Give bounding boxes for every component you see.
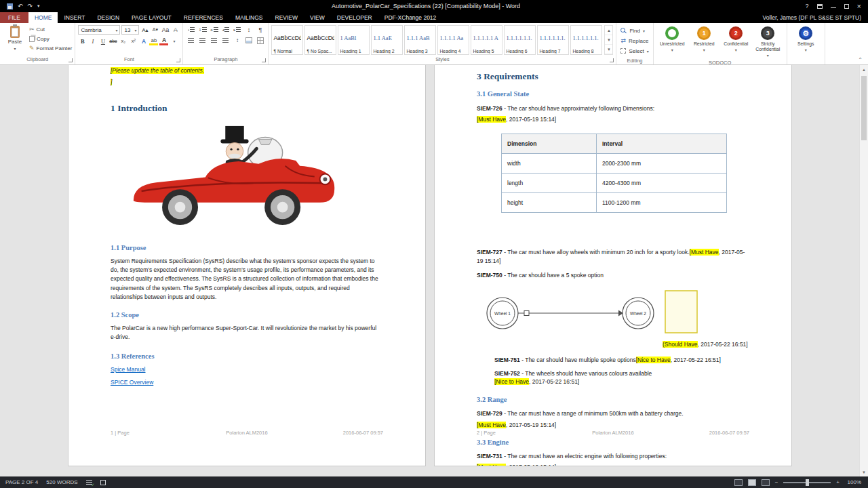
underline-button[interactable] bbox=[98, 37, 107, 45]
scrollbar-thumb[interactable] bbox=[861, 76, 867, 140]
style-no-spacing[interactable]: AaBbCcDdE ¶ No Spac... bbox=[304, 25, 336, 55]
spice-manual-link[interactable]: Spice Manual bbox=[111, 366, 383, 373]
tab-pdf-xchange[interactable]: PDF-XChange 2012 bbox=[378, 12, 443, 23]
justify-button[interactable] bbox=[220, 36, 231, 45]
purpose-paragraph[interactable]: System Requirements Specification (SysRS… bbox=[111, 257, 383, 302]
ribbon-display-options-icon[interactable] bbox=[817, 4, 823, 9]
vertical-scrollbar[interactable]: ▲ ▼ bbox=[859, 65, 868, 476]
tab-references[interactable]: REFERENCES bbox=[178, 12, 229, 23]
zoom-out-button[interactable] bbox=[775, 479, 778, 485]
redo-icon[interactable] bbox=[28, 3, 33, 9]
dimensions-table[interactable]: Dimension Interval width 2000-2300 mm le… bbox=[501, 134, 727, 213]
font-dialog-launcher-icon[interactable] bbox=[176, 58, 180, 62]
tab-home[interactable]: HOME bbox=[28, 12, 58, 23]
bold-button[interactable] bbox=[78, 37, 87, 45]
heading-purpose[interactable]: 1.1 Purpose bbox=[111, 244, 383, 251]
scope-paragraph[interactable]: The PolarCar is a new high performance S… bbox=[111, 324, 383, 342]
font-name-select[interactable]: Cambria bbox=[78, 25, 120, 35]
heading-references[interactable]: 1.3 References bbox=[111, 352, 383, 360]
requirement-752[interactable]: SIEM-752 - The wheels should have variou… bbox=[494, 369, 749, 386]
find-button[interactable]: Find bbox=[620, 26, 648, 35]
strikethrough-button[interactable] bbox=[108, 37, 117, 45]
print-layout-button[interactable] bbox=[748, 479, 756, 486]
styles-more-icon[interactable]: ▼ bbox=[605, 45, 612, 54]
numbered-list-button[interactable]: 1 bbox=[197, 25, 208, 34]
paragraph-dialog-launcher-icon[interactable] bbox=[262, 58, 266, 62]
requirement-750[interactable]: SIEM-750 - The car should have a 5 spoke… bbox=[477, 271, 749, 279]
multilevel-list-button[interactable]: a bbox=[209, 25, 219, 34]
toc-update-notice-close[interactable]: ] bbox=[111, 79, 383, 85]
decrease-indent-button[interactable]: ◂ bbox=[220, 25, 231, 34]
scroll-down-icon[interactable]: ▼ bbox=[860, 468, 868, 476]
table-cell[interactable]: height bbox=[502, 193, 597, 213]
tab-page-layout[interactable]: PAGE LAYOUT bbox=[125, 12, 178, 23]
style-heading-6[interactable]: 1.1.1.1.1.1. Heading 6 bbox=[504, 25, 536, 55]
tab-view[interactable]: VIEW bbox=[304, 12, 331, 23]
unrestricted-button[interactable]: Unrestricted bbox=[656, 25, 688, 58]
tab-insert[interactable]: INSERT bbox=[58, 12, 91, 23]
requirement-727[interactable]: SIEM-727 - The car must have alloy wheel… bbox=[477, 248, 749, 265]
italic-button[interactable] bbox=[88, 37, 97, 45]
car-illustration[interactable] bbox=[128, 122, 341, 230]
unrestricted-dropdown-icon[interactable] bbox=[671, 47, 673, 53]
tab-review[interactable]: REVIEW bbox=[269, 12, 304, 23]
styles-scroll-down-icon[interactable]: ▼ bbox=[605, 35, 612, 45]
heading-introduction[interactable]: 1 Introduction bbox=[111, 103, 383, 114]
style-heading-8[interactable]: 1.1.1.1.1.1. Heading 8 bbox=[570, 25, 602, 55]
superscript-button[interactable] bbox=[129, 37, 138, 45]
style-heading-1[interactable]: 1 AaBl Heading 1 bbox=[338, 25, 370, 55]
font-color-dropdown-icon[interactable] bbox=[170, 37, 178, 45]
minimize-icon[interactable] bbox=[831, 7, 836, 8]
paste-button[interactable]: Paste bbox=[3, 25, 27, 55]
table-header-interval[interactable]: Interval bbox=[597, 134, 727, 154]
text-highlight-color-button[interactable] bbox=[149, 37, 158, 45]
word-count[interactable]: 520 WORDS bbox=[46, 479, 77, 485]
heading-general-state[interactable]: 3.1 General State bbox=[477, 90, 749, 98]
heading-scope[interactable]: 1.2 Scope bbox=[111, 311, 383, 319]
align-left-button[interactable] bbox=[186, 36, 196, 45]
font-color-button[interactable] bbox=[159, 37, 168, 45]
requirement-729[interactable]: SIEM-729 - The car must have a range of … bbox=[477, 409, 749, 418]
style-heading-2[interactable]: 1.1 AaE Heading 2 bbox=[371, 25, 403, 55]
read-mode-button[interactable] bbox=[734, 479, 743, 486]
strictly-confidential-dropdown-icon[interactable] bbox=[767, 53, 769, 58]
requirement-729-attributes[interactable]: [Must Have, 2017-05-19 15:14] bbox=[477, 422, 749, 428]
style-normal[interactable]: AaBbCcDdE ¶ Normal bbox=[271, 25, 303, 55]
settings-dropdown-icon[interactable] bbox=[805, 47, 807, 53]
shrink-font-button[interactable] bbox=[151, 26, 159, 35]
wheel-diagram[interactable]: Wheel 1 Wheel 2 bbox=[485, 289, 709, 338]
zoom-level[interactable]: 100% bbox=[845, 479, 861, 485]
sort-button[interactable] bbox=[243, 25, 254, 34]
style-heading-7[interactable]: 1.1.1.1.1.1. Heading 7 bbox=[537, 25, 569, 55]
select-dropdown-icon[interactable] bbox=[647, 48, 649, 54]
diagram-caption[interactable]: (Should Have, 2017-05-22 16:51] bbox=[663, 341, 749, 348]
table-cell[interactable]: 4200-4300 mm bbox=[597, 174, 727, 193]
customize-qat-icon[interactable] bbox=[37, 3, 40, 9]
text-effects-button[interactable] bbox=[139, 37, 148, 45]
replace-button[interactable]: Replace bbox=[620, 37, 648, 45]
requirement-731-attributes[interactable]: [Must Have, 2017-05-19 15:14] bbox=[477, 464, 749, 466]
table-cell[interactable]: width bbox=[502, 154, 597, 174]
zoom-slider[interactable] bbox=[783, 482, 831, 483]
confidential-button[interactable]: 2 Confidential bbox=[720, 25, 752, 58]
toc-update-notice[interactable]: [Please update the table of contents. bbox=[111, 67, 383, 74]
help-icon[interactable] bbox=[806, 3, 809, 9]
collapse-ribbon-icon[interactable] bbox=[858, 57, 863, 63]
change-case-button[interactable] bbox=[161, 26, 170, 35]
clear-formatting-button[interactable] bbox=[171, 26, 180, 35]
bullet-list-button[interactable]: • bbox=[186, 25, 196, 34]
align-right-button[interactable] bbox=[209, 36, 219, 45]
tab-developer[interactable]: DEVELOPER bbox=[331, 12, 378, 23]
table-cell[interactable]: 2000-2300 mm bbox=[597, 154, 727, 174]
select-button[interactable]: Select bbox=[620, 47, 648, 55]
format-painter-button[interactable]: Format Painter bbox=[29, 44, 72, 52]
spice-overview-link[interactable]: SPICE Overview bbox=[111, 379, 383, 386]
strictly-confidential-button[interactable]: 3 Strictly Confidential bbox=[752, 25, 784, 58]
zoom-slider-thumb[interactable] bbox=[806, 479, 809, 486]
paste-dropdown-icon[interactable] bbox=[14, 45, 16, 52]
tab-file[interactable]: FILE bbox=[0, 12, 28, 23]
scroll-up-icon[interactable]: ▲ bbox=[860, 65, 868, 74]
heading-range[interactable]: 3.2 Range bbox=[477, 396, 749, 403]
table-header-dimension[interactable]: Dimension bbox=[502, 134, 597, 154]
requirement-726-attributes[interactable]: [Must Have, 2017-05-19 15:14] bbox=[477, 116, 749, 123]
